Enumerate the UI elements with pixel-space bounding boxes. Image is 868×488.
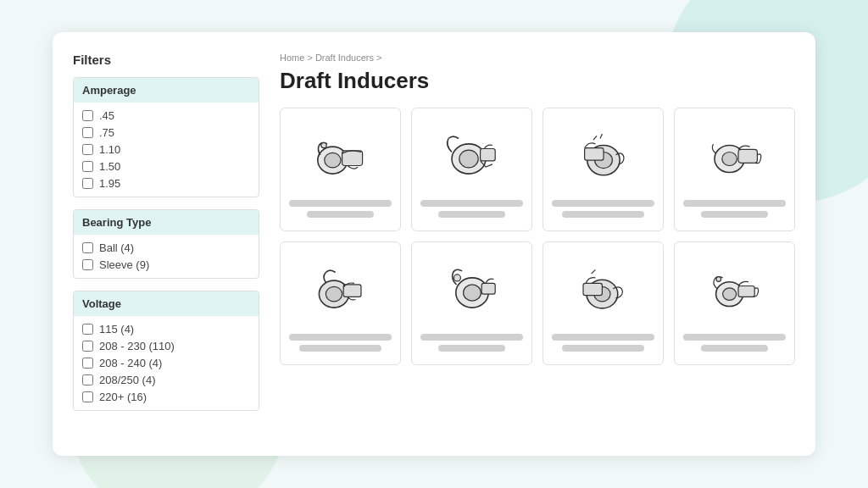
breadcrumb: Home > Draft Inducers > xyxy=(280,53,795,63)
filter-item[interactable]: Ball (4) xyxy=(82,241,250,254)
filter-item[interactable]: 1.50 xyxy=(82,160,250,173)
product-text-placeholder xyxy=(289,334,392,341)
filter-item[interactable]: .75 xyxy=(82,126,250,139)
filter-item[interactable]: 115 (4) xyxy=(82,323,250,336)
filter-header-voltage: Voltage xyxy=(74,291,259,316)
svg-line-11 xyxy=(600,133,602,138)
svg-point-28 xyxy=(716,276,721,281)
svg-point-3 xyxy=(320,142,326,147)
svg-rect-24 xyxy=(583,283,602,295)
filter-section-amperage: Amperage .45 .75 1.10 1.50 1.95 xyxy=(73,77,259,197)
svg-rect-9 xyxy=(584,147,603,159)
svg-rect-6 xyxy=(480,148,495,160)
page-title: Draft Inducers xyxy=(280,68,795,94)
sidebar-title: Filters xyxy=(73,53,259,67)
product-card[interactable] xyxy=(280,108,401,231)
checkbox-v208-250[interactable] xyxy=(82,374,93,385)
product-text-placeholder xyxy=(420,334,523,341)
product-text-placeholder xyxy=(701,211,768,218)
product-card[interactable] xyxy=(542,241,664,365)
product-card[interactable] xyxy=(674,241,795,365)
product-text-placeholder xyxy=(289,200,392,207)
checkbox-amp-110[interactable] xyxy=(82,144,93,155)
product-image xyxy=(683,251,786,327)
product-text-placeholder xyxy=(438,211,505,218)
filter-item[interactable]: 208 - 240 (4) xyxy=(82,357,250,369)
filter-body-bearing: Ball (4) Sleeve (9) xyxy=(74,235,259,278)
checkbox-v208-240[interactable] xyxy=(82,358,93,369)
product-text-placeholder xyxy=(420,200,523,207)
filter-body-voltage: 115 (4) 208 - 230 (110) 208 - 240 (4) 20… xyxy=(74,316,259,410)
filter-header-amperage: Amperage xyxy=(74,78,259,103)
filter-item[interactable]: 208 - 230 (110) xyxy=(82,340,250,352)
checkbox-v208-230[interactable] xyxy=(82,341,93,352)
product-text-placeholder xyxy=(552,334,654,341)
product-image xyxy=(289,251,392,327)
product-image xyxy=(683,117,786,193)
product-text-placeholder xyxy=(701,345,768,352)
filter-section-bearing: Bearing Type Ball (4) Sleeve (9) xyxy=(73,209,259,279)
main-card: Filters Amperage .45 .75 1.10 1.50 1.95 … xyxy=(53,32,815,456)
checkbox-amp-45[interactable] xyxy=(82,110,93,121)
svg-rect-14 xyxy=(738,149,757,163)
product-card[interactable] xyxy=(674,108,795,231)
filter-item[interactable]: .45 xyxy=(82,109,250,122)
product-image xyxy=(552,117,654,193)
svg-rect-21 xyxy=(481,283,495,294)
product-image xyxy=(420,251,523,327)
svg-line-10 xyxy=(593,136,597,140)
product-image xyxy=(552,251,654,327)
product-text-placeholder xyxy=(299,345,381,352)
filter-item[interactable]: 220+ (16) xyxy=(82,391,250,403)
svg-point-26 xyxy=(722,287,736,299)
filter-item[interactable]: Sleeve (9) xyxy=(82,258,250,271)
product-text-placeholder xyxy=(307,211,374,218)
checkbox-v115[interactable] xyxy=(82,324,93,335)
checkbox-amp-195[interactable] xyxy=(82,178,93,189)
filter-item[interactable]: 208/250 (4) xyxy=(82,374,250,386)
product-image xyxy=(289,117,392,193)
product-grid xyxy=(280,108,795,365)
product-card[interactable] xyxy=(411,108,532,231)
checkbox-amp-75[interactable] xyxy=(82,127,93,138)
svg-point-20 xyxy=(453,274,460,280)
sidebar: Filters Amperage .45 .75 1.10 1.50 1.95 … xyxy=(73,53,259,435)
product-card[interactable] xyxy=(542,108,664,231)
checkbox-ball[interactable] xyxy=(82,242,93,253)
product-card[interactable] xyxy=(411,241,532,365)
svg-point-1 xyxy=(324,152,340,168)
product-text-placeholder xyxy=(562,211,644,218)
filter-section-voltage: Voltage 115 (4) 208 - 230 (110) 208 - 24… xyxy=(73,291,259,411)
svg-rect-2 xyxy=(342,150,362,165)
product-text-placeholder xyxy=(683,200,786,207)
svg-rect-27 xyxy=(738,286,754,297)
filter-body-amperage: .45 .75 1.10 1.50 1.95 xyxy=(74,103,259,197)
product-text-placeholder xyxy=(438,345,505,352)
product-text-placeholder xyxy=(683,334,786,341)
checkbox-amp-150[interactable] xyxy=(82,161,93,172)
product-image xyxy=(420,117,523,193)
filter-item[interactable]: 1.10 xyxy=(82,143,250,156)
svg-point-19 xyxy=(463,284,481,300)
main-content: Home > Draft Inducers > Draft Inducers xyxy=(280,53,795,435)
svg-rect-17 xyxy=(343,284,361,296)
checkbox-sleeve[interactable] xyxy=(82,259,93,270)
svg-point-13 xyxy=(721,152,737,165)
svg-point-5 xyxy=(459,150,477,168)
product-text-placeholder xyxy=(552,200,654,207)
product-card[interactable] xyxy=(280,241,401,365)
checkbox-v220[interactable] xyxy=(82,391,93,402)
svg-point-16 xyxy=(326,286,342,302)
filter-header-bearing: Bearing Type xyxy=(74,210,259,235)
filter-item[interactable]: 1.95 xyxy=(82,177,250,190)
product-text-placeholder xyxy=(562,345,644,352)
